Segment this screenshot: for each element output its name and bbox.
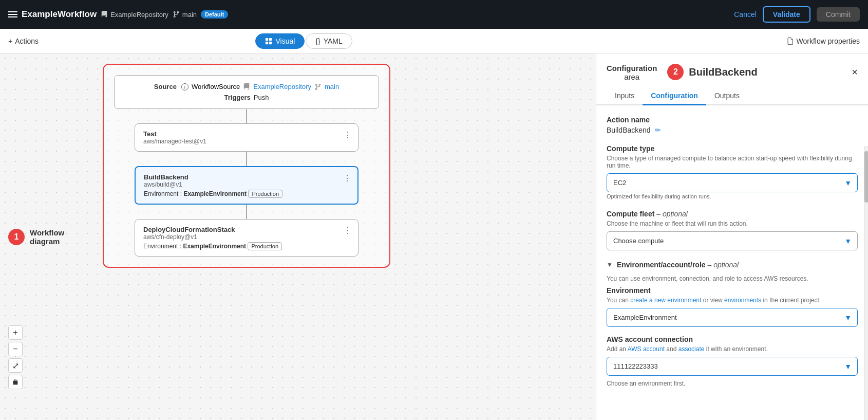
build-backend-title: BuildBackend: [144, 173, 349, 181]
scrollbar-thumb[interactable]: [864, 151, 868, 203]
aws-desc-post: it with an environment.: [706, 345, 768, 353]
repository-icon: [101, 11, 108, 18]
zoom-out-button[interactable]: −: [8, 342, 23, 356]
aws-account-note: Choose an environment first.: [607, 380, 858, 387]
yaml-icon: {}: [315, 37, 320, 45]
associate-link[interactable]: associate: [678, 345, 705, 353]
actions-button[interactable]: + Actions: [8, 37, 39, 45]
source-box: Source i WorkflowSource ExampleRepositor…: [114, 75, 379, 109]
validate-button[interactable]: Validate: [763, 6, 810, 23]
tab-yaml[interactable]: {} YAML: [306, 33, 352, 49]
connector-1: [246, 109, 247, 123]
compute-type-select[interactable]: EC2: [607, 173, 858, 192]
config-body: Action name BuildBackend ✏ Compute type …: [596, 105, 868, 420]
aws-account-label: AWS account connection: [607, 335, 858, 343]
close-button[interactable]: ×: [852, 66, 858, 78]
toolbar: + Actions Visual {} YAML Workflow proper…: [0, 29, 868, 53]
tab-configuration[interactable]: Configuration: [643, 87, 706, 105]
tab-visual-label: Visual: [275, 37, 295, 45]
config-area-sub: area: [607, 72, 657, 81]
build-backend-more-icon[interactable]: ⋮: [343, 173, 351, 183]
compute-fleet-select[interactable]: Choose compute: [607, 231, 858, 250]
navbar: ExampleWorkflow ExampleRepository main D…: [0, 0, 868, 29]
compute-type-sub: Optimized for flexibility during action …: [607, 193, 858, 199]
scrollbar-track: [864, 146, 868, 420]
zoom-fit-button[interactable]: ⤢: [8, 358, 23, 373]
env-section-divider[interactable]: ▼ Environment/account/role – optional: [607, 261, 858, 269]
environment-desc: You can create a new environment or view…: [607, 297, 858, 304]
env-desc-mid: or view: [703, 297, 723, 304]
compute-type-dropdown-wrapper: EC2 ▼: [607, 173, 858, 192]
deploy-more-icon[interactable]: ⋮: [344, 226, 352, 235]
source-label: Source: [154, 83, 177, 90]
tab-visual[interactable]: Visual: [255, 33, 305, 49]
config-area-title: Configuration: [607, 64, 657, 72]
environment-select[interactable]: ExampleEnvironment: [607, 308, 858, 327]
hamburger-icon[interactable]: [8, 11, 17, 17]
diagram-panel: 1 Workflowdiagram Source i WorkflowSourc…: [0, 53, 596, 420]
triggers-label: Triggers: [224, 94, 251, 101]
lock-button[interactable]: [8, 375, 23, 389]
aws-desc-pre: Add an: [607, 345, 626, 353]
action-name-label: Action name: [607, 116, 858, 124]
deploy-action-sub: aws/cfn-deploy@v1: [143, 233, 350, 241]
deploy-env: Environment : ExampleEnvironment Product…: [143, 243, 350, 250]
aws-account-dropdown-wrapper: 111122223333 ▼: [607, 357, 858, 376]
view-envs-link[interactable]: environments: [724, 297, 761, 304]
source-repo-link[interactable]: ExampleRepository: [253, 83, 311, 90]
config-panel-title: BuildBackend: [689, 66, 757, 78]
cancel-button[interactable]: Cancel: [734, 10, 757, 19]
diagram-label-text: Workflowdiagram: [30, 228, 64, 246]
workflow-diagram-label: 1 Workflowdiagram: [8, 228, 64, 246]
step-2-badge: 2: [667, 64, 684, 80]
nav-branch: main: [173, 11, 197, 19]
compute-fleet-desc: Choose the machine or fleet that will ru…: [607, 220, 858, 227]
test-more-icon[interactable]: ⋮: [344, 130, 352, 140]
tab-inputs[interactable]: Inputs: [607, 87, 643, 105]
svg-rect-0: [266, 38, 268, 40]
aws-account-link[interactable]: AWS account: [628, 345, 665, 353]
triggers-value: Push: [254, 94, 269, 101]
config-panel: Configuration area 2 BuildBackend × Inpu…: [596, 53, 868, 420]
env-section-desc: You can use environment, connection, and…: [607, 275, 858, 282]
action-box-test[interactable]: Test aws/managed-test@v1 ⋮: [135, 123, 358, 152]
default-badge: Default: [201, 10, 228, 19]
build-backend-sub: aws/build@v1: [144, 181, 349, 188]
config-header: Configuration area 2 BuildBackend ×: [596, 53, 868, 81]
zoom-in-button[interactable]: +: [8, 325, 23, 340]
action-name-text: BuildBackend: [607, 126, 651, 134]
plus-icon: +: [8, 37, 12, 45]
repo-icon-small: [243, 83, 250, 90]
create-env-link[interactable]: create a new environment: [630, 297, 701, 304]
action-box-deploy[interactable]: DeployCloudFormationStack aws/cfn-deploy…: [135, 219, 358, 257]
zoom-controls: + − ⤢: [8, 325, 23, 389]
visual-icon: [265, 38, 272, 45]
svg-rect-3: [269, 41, 272, 44]
environment-dropdown-wrapper: ExampleEnvironment ▼: [607, 308, 858, 327]
document-icon: [786, 38, 794, 45]
build-backend-env: Environment : ExampleEnvironment Product…: [144, 190, 349, 197]
workflow-properties-button[interactable]: Workflow properties: [786, 37, 860, 45]
commit-button[interactable]: Commit: [817, 7, 860, 22]
action-name-value-row: BuildBackend ✏: [607, 126, 858, 134]
lock-icon: [12, 378, 19, 386]
aws-account-select[interactable]: 111122223333: [607, 357, 858, 376]
tab-outputs[interactable]: Outputs: [706, 87, 748, 105]
repo-name: ExampleRepository: [110, 11, 168, 19]
aws-desc-mid: and: [666, 345, 676, 353]
config-area-label: Configuration area: [607, 64, 657, 81]
edit-icon[interactable]: ✏: [655, 126, 661, 134]
env-desc-post: in the current project.: [763, 297, 821, 304]
source-branch-link[interactable]: main: [325, 83, 339, 90]
action-box-build-backend[interactable]: BuildBackend aws/build@v1 Environment : …: [135, 166, 358, 205]
action-name-group: Action name BuildBackend ✏: [607, 116, 858, 134]
branch-name: main: [182, 11, 197, 19]
step-1-badge: 1: [8, 229, 25, 245]
compute-type-desc: Choose a type of managed compute to bala…: [607, 155, 858, 169]
env-section-title: Environment/account/role – optional: [617, 261, 739, 269]
aws-account-desc: Add an AWS account and associate it with…: [607, 345, 858, 353]
test-action-title: Test: [143, 130, 350, 138]
deploy-action-title: DeployCloudFormationStack: [143, 226, 350, 233]
config-tabs: Inputs Configuration Outputs: [596, 87, 868, 105]
compute-type-label: Compute type: [607, 144, 858, 153]
